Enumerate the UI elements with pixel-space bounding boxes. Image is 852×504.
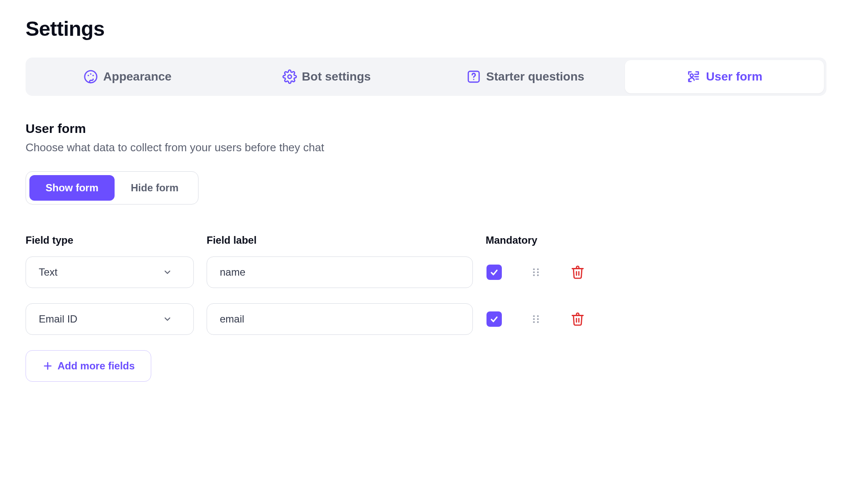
svg-point-6 (473, 79, 475, 80)
field-label-input[interactable] (207, 256, 473, 288)
field-type-select[interactable]: Text (26, 256, 194, 288)
chevron-down-icon (163, 314, 172, 324)
column-header-field-type: Field type (26, 234, 194, 246)
svg-point-14 (537, 271, 539, 273)
tab-label: Appearance (103, 70, 171, 84)
plus-icon (42, 360, 53, 372)
drag-handle-icon[interactable] (527, 313, 544, 325)
question-icon (466, 69, 481, 84)
svg-point-16 (537, 274, 539, 276)
svg-point-23 (533, 321, 535, 323)
gear-icon (282, 69, 297, 84)
tab-label: Bot settings (302, 70, 371, 84)
field-row: Text (26, 256, 826, 288)
svg-point-2 (90, 73, 92, 75)
field-label-input[interactable] (207, 303, 473, 335)
chevron-down-icon (163, 268, 172, 277)
tab-bot-settings[interactable]: Bot settings (227, 60, 426, 93)
section-description: Choose what data to collect from your us… (26, 141, 826, 154)
field-row: Email ID (26, 303, 826, 335)
svg-point-19 (533, 315, 535, 317)
tab-starter-questions[interactable]: Starter questions (426, 60, 625, 93)
section-title: User form (26, 121, 826, 136)
column-header-mandatory: Mandatory (486, 234, 537, 246)
fields-columns-header: Field type Field label Mandatory (26, 234, 826, 246)
user-form-icon (686, 69, 701, 84)
hide-form-button[interactable]: Hide form (115, 175, 195, 201)
field-type-value: Text (39, 266, 58, 278)
svg-point-11 (533, 268, 535, 270)
svg-point-7 (691, 74, 694, 77)
add-more-fields-label: Add more fields (58, 360, 135, 372)
tab-appearance[interactable]: Appearance (28, 60, 227, 93)
svg-point-0 (85, 71, 97, 83)
svg-point-4 (288, 75, 291, 79)
tab-user-form[interactable]: User form (625, 60, 824, 93)
field-type-select[interactable]: Email ID (26, 303, 194, 335)
tab-label: User form (706, 70, 762, 84)
show-hide-toggle: Show form Hide form (26, 171, 199, 204)
svg-point-22 (537, 318, 539, 320)
field-type-value: Email ID (39, 313, 78, 325)
svg-point-20 (537, 315, 539, 317)
tabs-container: Appearance Bot settings Starter question… (26, 58, 826, 96)
add-more-fields-button[interactable]: Add more fields (26, 350, 151, 382)
mandatory-checkbox[interactable] (486, 265, 502, 280)
svg-point-3 (92, 75, 94, 76)
svg-point-1 (88, 75, 89, 76)
drag-handle-icon[interactable] (527, 266, 544, 278)
palette-icon (83, 69, 98, 84)
svg-point-15 (533, 274, 535, 276)
svg-point-13 (533, 271, 535, 273)
page-title: Settings (26, 17, 826, 40)
show-form-button[interactable]: Show form (29, 175, 115, 201)
tab-label: Starter questions (486, 70, 584, 84)
mandatory-checkbox[interactable] (486, 311, 502, 327)
svg-point-12 (537, 268, 539, 270)
column-header-field-label: Field label (207, 234, 473, 246)
delete-field-button[interactable] (569, 312, 586, 326)
delete-field-button[interactable] (569, 265, 586, 279)
svg-point-21 (533, 318, 535, 320)
section-header: User form Choose what data to collect fr… (26, 121, 826, 154)
svg-point-24 (537, 321, 539, 323)
